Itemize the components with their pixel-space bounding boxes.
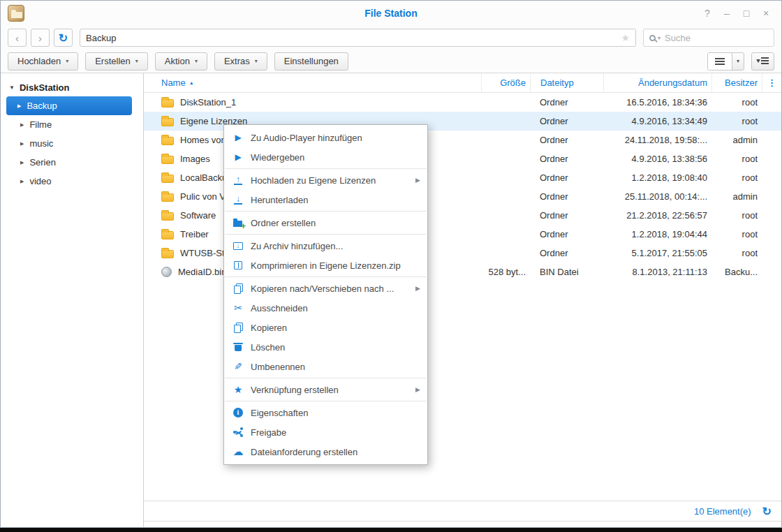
list-view-button[interactable] (708, 53, 732, 70)
sidebar-item-serien[interactable]: ▶ Serien (1, 153, 143, 172)
sort-ascending-icon: ▲ (189, 80, 194, 85)
favorite-star-icon[interactable]: ★ (621, 32, 630, 43)
column-header-label: Größe (500, 77, 526, 88)
view-mode-split-button: ▾ (707, 52, 744, 71)
file-owner: root (711, 116, 762, 126)
sidebar-item-music[interactable]: ▶ music (1, 134, 143, 153)
folder-icon (161, 118, 174, 126)
chevron-collapsed-icon[interactable]: ▶ (20, 122, 24, 128)
file-size: 528 byt... (481, 267, 530, 277)
file-name: Pulic von Vo (180, 191, 230, 202)
view-mode-caret-button[interactable]: ▾ (732, 53, 744, 70)
file-type: Ordner (530, 248, 603, 258)
extras-button-label: Extras (224, 56, 250, 66)
column-options-icon[interactable]: ⋮ (762, 73, 781, 92)
refresh-icon: ↻ (59, 31, 68, 45)
sidebar-item-label: video (29, 176, 51, 186)
path-field[interactable]: ★ (80, 29, 636, 47)
menu-item-wiedergeben[interactable]: Wiedergeben (224, 147, 427, 167)
file-modified: 16.5.2016, 18:34:36 (603, 97, 711, 108)
window-controls: ? – □ × (699, 6, 774, 21)
path-input[interactable] (86, 33, 621, 43)
menu-item-audio-player[interactable]: Zu Audio-Player hinzufügen (224, 128, 427, 147)
menu-item-label: Verknüpfung erstellen (251, 385, 339, 395)
menu-separator (225, 211, 427, 212)
submenu-arrow-icon: ▶ (415, 386, 420, 393)
trash-icon (233, 341, 244, 353)
chevron-collapsed-icon[interactable]: ▶ (20, 141, 24, 147)
search-box[interactable]: ▾ (643, 29, 774, 47)
column-header-owner[interactable]: Besitzer (711, 73, 762, 92)
menu-item-label: Kopieren nach/Verschieben nach ... (251, 283, 394, 294)
chevron-collapsed-icon[interactable]: ▶ (20, 160, 24, 165)
sidebar-item-filme[interactable]: ▶ Filme (1, 115, 143, 134)
action-button[interactable]: Aktion ▾ (155, 52, 207, 71)
folder-icon (161, 212, 174, 221)
sidebar-root-diskstation[interactable]: ▼ DiskStation (1, 79, 143, 96)
column-header-type[interactable]: Dateityp (530, 73, 603, 92)
column-header-modified[interactable]: Änderungsdatum (603, 73, 711, 92)
menu-item-ausschneiden[interactable]: Ausschneiden (224, 298, 427, 318)
close-icon[interactable]: × (758, 6, 774, 21)
folder-icon (161, 250, 174, 258)
forward-button[interactable]: › (31, 29, 50, 47)
menu-item-dateianforderung[interactable]: Dateianforderung erstellen (224, 442, 427, 461)
maximize-icon[interactable]: □ (738, 6, 755, 21)
column-header-size[interactable]: Größe (481, 73, 530, 92)
submenu-arrow-icon: ▶ (415, 177, 420, 184)
help-icon[interactable]: ? (699, 6, 716, 21)
file-modified: 25.11.2018, 00:14:... (603, 191, 711, 202)
search-caret-icon[interactable]: ▾ (658, 35, 661, 41)
sort-button[interactable] (751, 52, 774, 71)
file-name: MediaID.bin (178, 267, 226, 277)
screen-edge-strip (0, 528, 782, 532)
menu-separator (225, 168, 427, 169)
bin-file-icon (161, 267, 172, 277)
file-type: Ordner (530, 154, 603, 164)
file-type: BIN Datei (530, 267, 603, 277)
file-owner: admin (711, 135, 762, 145)
menu-item-verknuepfung[interactable]: Verknüpfung erstellen ▶ (224, 380, 427, 399)
chevron-expanded-icon[interactable]: ▼ (9, 84, 15, 91)
search-input[interactable] (665, 33, 768, 43)
back-button[interactable]: ‹ (8, 29, 27, 47)
menu-item-eigenschaften[interactable]: Eigenschaften (224, 403, 427, 422)
chevron-down-icon: ▾ (135, 58, 138, 64)
settings-button[interactable]: Einstellungen (274, 52, 348, 71)
menu-item-kopieren[interactable]: Kopieren (224, 318, 427, 337)
file-owner: root (711, 154, 762, 164)
extras-button[interactable]: Extras ▾ (214, 52, 267, 71)
chevron-down-icon: ▾ (66, 58, 68, 64)
menu-item-ordner-erstellen[interactable]: Ordner erstellen (224, 213, 427, 232)
menu-item-loeschen[interactable]: Löschen (224, 337, 427, 357)
upload-button[interactable]: Hochladen ▾ (8, 52, 78, 71)
chevron-collapsed-icon[interactable]: ▶ (20, 179, 24, 184)
menu-item-umbenennen[interactable]: Umbenennen (224, 357, 427, 376)
table-row[interactable]: DiskStation_1 Ordner 16.5.2016, 18:34:36… (144, 93, 781, 112)
minimize-icon[interactable]: – (718, 6, 735, 21)
create-button[interactable]: Erstellen ▾ (85, 52, 148, 71)
sort-icon (757, 57, 769, 66)
column-header-name[interactable]: Name ▲ (144, 73, 481, 92)
file-name: Homes von (180, 135, 226, 145)
search-icon (649, 35, 656, 41)
file-type: Ordner (530, 135, 603, 145)
file-type: Ordner (530, 191, 603, 202)
menu-item-label: Wiedergeben (251, 152, 304, 163)
chevron-down-icon: ▾ (255, 58, 258, 64)
menu-item-herunterladen[interactable]: Herunterladen (224, 190, 427, 209)
sidebar-item-video[interactable]: ▶ video (1, 172, 143, 191)
chevron-collapsed-icon[interactable]: ▶ (17, 103, 21, 109)
sidebar-item-backup[interactable]: ▶ Backup (6, 96, 132, 115)
menu-item-hochladen-zu[interactable]: Hochladen zu Eigene Lizenzen ▶ (224, 170, 427, 190)
menu-item-freigabe[interactable]: Freigabe (224, 422, 427, 442)
file-owner: root (711, 229, 762, 239)
refresh-button[interactable]: ↻ (54, 29, 73, 47)
menu-item-kopieren-verschieben[interactable]: Kopieren nach/Verschieben nach ... ▶ (224, 279, 427, 298)
refresh-list-icon[interactable]: ↻ (762, 505, 772, 518)
compress-zip-icon (233, 260, 244, 271)
column-header-label: Dateityp (540, 77, 574, 88)
menu-item-komprimieren[interactable]: Komprimieren in Eigene Lizenzen.zip (224, 256, 427, 275)
menu-item-zu-archiv[interactable]: Zu Archiv hinzufügen... (224, 236, 427, 256)
file-station-app-icon (8, 5, 24, 22)
